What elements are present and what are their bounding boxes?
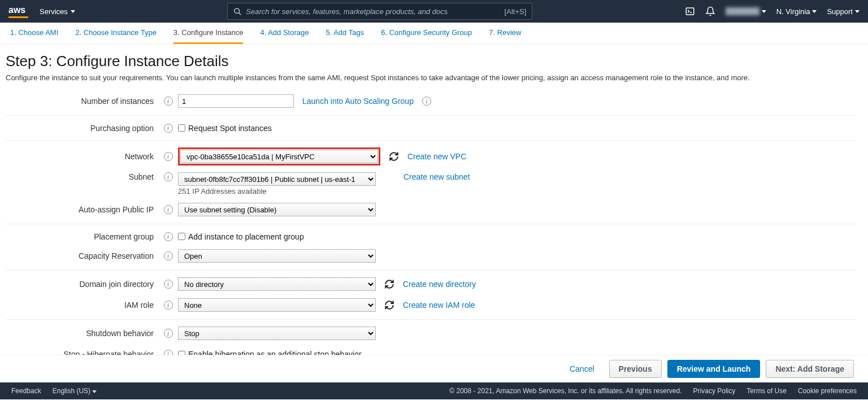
- cancel-button[interactable]: Cancel: [561, 360, 604, 377]
- label-placement: Placement group: [6, 232, 158, 241]
- page-title: Step 3: Configure Instance Details: [6, 53, 857, 70]
- spot-checkbox[interactable]: Request Spot instances: [178, 124, 272, 133]
- info-icon[interactable]: i: [164, 350, 173, 355]
- caret-down-icon: [71, 10, 75, 13]
- terms-link[interactable]: Terms of Use: [747, 387, 787, 395]
- caret-down-icon: [855, 10, 860, 13]
- label-autoip: Auto-assign Public IP: [6, 205, 158, 214]
- create-vpc-link[interactable]: Create new VPC: [407, 152, 466, 161]
- label-hibernate: Stop - Hibernate behavior: [6, 350, 158, 355]
- footer: Feedback English (US) © 2008 - 2021, Ama…: [0, 382, 868, 399]
- tab-choose-ami[interactable]: 1. Choose AMI: [10, 28, 58, 43]
- create-directory-link[interactable]: Create new directory: [403, 280, 476, 289]
- shutdown-select[interactable]: Stop: [178, 327, 376, 340]
- iam-select[interactable]: None: [178, 298, 376, 312]
- label-purchasing: Purchasing option: [6, 124, 158, 133]
- privacy-link[interactable]: Privacy Policy: [693, 387, 736, 395]
- wizard-tabs: 1. Choose AMI 2. Choose Instance Type 3.…: [0, 23, 868, 44]
- network-highlight: vpc-0ba38655e10ca51da | MyFirstVPC: [178, 147, 380, 166]
- refresh-icon[interactable]: [389, 151, 399, 162]
- search-input[interactable]: Search for services, features, marketpla…: [227, 3, 532, 20]
- create-subnet-link[interactable]: Create new subnet: [403, 172, 470, 181]
- create-iam-link[interactable]: Create new IAM role: [403, 301, 475, 310]
- info-icon[interactable]: i: [164, 232, 173, 241]
- label-iam: IAM role: [6, 301, 158, 310]
- caret-down-icon: [812, 10, 817, 13]
- cookies-link[interactable]: Cookie preferences: [798, 387, 857, 395]
- tab-instance-type[interactable]: 2. Choose Instance Type: [75, 28, 157, 43]
- tab-configure-instance[interactable]: 3. Configure Instance: [173, 28, 244, 44]
- refresh-icon[interactable]: [384, 300, 394, 310]
- notifications-icon[interactable]: [705, 6, 715, 16]
- feedback-link[interactable]: Feedback: [11, 387, 41, 395]
- caret-down-icon: [762, 10, 766, 13]
- refresh-icon[interactable]: [384, 279, 394, 289]
- services-menu[interactable]: Services: [40, 7, 75, 16]
- account-menu[interactable]: [726, 7, 766, 15]
- subnet-select[interactable]: subnet-0fb8fc7cc7ff301b6 | Public subnet…: [178, 172, 376, 186]
- tab-review[interactable]: 7. Review: [489, 28, 521, 43]
- label-num-instances: Number of instances: [6, 97, 158, 106]
- search-placeholder: Search for services, features, marketpla…: [246, 7, 448, 16]
- info-icon[interactable]: i: [164, 280, 173, 289]
- num-instances-input[interactable]: [178, 94, 294, 108]
- content: Step 3: Configure Instance Details Confi…: [0, 44, 868, 355]
- label-subnet: Subnet: [6, 172, 158, 181]
- info-icon[interactable]: i: [164, 329, 173, 338]
- svg-rect-2: [686, 8, 694, 15]
- info-icon[interactable]: i: [164, 205, 173, 214]
- region-menu[interactable]: N. Virginia: [776, 7, 817, 16]
- page-description: Configure the instance to suit your requ…: [6, 73, 857, 82]
- next-button[interactable]: Next: Add Storage: [766, 360, 854, 378]
- info-icon[interactable]: i: [164, 172, 173, 181]
- support-menu[interactable]: Support: [827, 7, 860, 16]
- tab-add-storage[interactable]: 4. Add Storage: [260, 28, 309, 43]
- info-icon[interactable]: i: [164, 124, 173, 133]
- info-icon[interactable]: i: [164, 301, 173, 310]
- placement-checkbox[interactable]: Add instance to placement group: [178, 232, 304, 241]
- action-bar: Cancel Previous Review and Launch Next: …: [0, 355, 868, 382]
- info-icon[interactable]: i: [422, 97, 431, 106]
- autoip-select[interactable]: Use subnet setting (Disable): [178, 203, 376, 216]
- svg-point-0: [235, 8, 240, 14]
- domain-select[interactable]: No directory: [178, 277, 376, 291]
- cloudshell-icon[interactable]: [685, 6, 695, 16]
- hibernate-checkbox[interactable]: Enable hibernation as an additional stop…: [178, 350, 362, 355]
- copyright: © 2008 - 2021, Amazon Web Services, Inc.…: [449, 387, 682, 395]
- tab-security-group[interactable]: 6. Configure Security Group: [381, 28, 472, 43]
- label-capres: Capacity Reservation: [6, 251, 158, 260]
- svg-line-1: [239, 13, 241, 15]
- language-menu[interactable]: English (US): [53, 387, 97, 395]
- search-shortcut: [Alt+S]: [505, 7, 527, 16]
- search-icon: [233, 7, 241, 15]
- previous-button[interactable]: Previous: [609, 360, 662, 378]
- tab-add-tags[interactable]: 5. Add Tags: [326, 28, 364, 43]
- info-icon[interactable]: i: [164, 251, 173, 260]
- subnet-hint: 251 IP Addresses available: [178, 187, 376, 195]
- label-shutdown: Shutdown behavior: [6, 329, 158, 338]
- info-icon[interactable]: i: [164, 152, 173, 161]
- label-domain: Domain join directory: [6, 280, 158, 289]
- info-icon[interactable]: i: [164, 97, 173, 106]
- network-select[interactable]: vpc-0ba38655e10ca51da | MyFirstVPC: [180, 150, 378, 163]
- label-network: Network: [6, 152, 158, 161]
- capres-select[interactable]: Open: [178, 249, 376, 263]
- review-launch-button[interactable]: Review and Launch: [667, 360, 761, 378]
- top-nav: aws Services Search for services, featur…: [0, 0, 868, 23]
- aws-logo[interactable]: aws: [8, 5, 28, 18]
- launch-asg-link[interactable]: Launch into Auto Scaling Group: [302, 97, 414, 106]
- caret-down-icon: [92, 390, 97, 393]
